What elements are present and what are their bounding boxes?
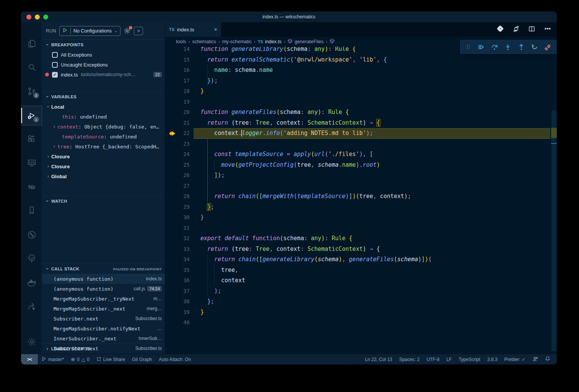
line-number[interactable]: 40 [165,317,190,328]
activity-extensions-icon[interactable] [21,129,42,149]
cursor-position-status[interactable]: Ln 22, Col 13 [361,354,395,364]
line-number[interactable]: 32 [165,233,190,244]
tab-index-ts[interactable]: TS index.ts × [165,22,221,37]
code-line-20[interactable]: 20function generateFiles(schema: any): R… [165,107,557,118]
line-number[interactable]: 20 [165,107,190,118]
close-window-button[interactable] [26,15,31,20]
call-stack-frame[interactable]: MergeMapSubscriber._tryNextm… [42,294,165,304]
line-number[interactable]: 17 [165,76,190,86]
code-line-25[interactable]: 25 move(getProjectConfig(tree, schema.na… [165,160,557,171]
variable-row[interactable]: ›Closure [42,151,165,161]
problems-status[interactable]: ⊗0△0 [67,354,93,364]
breadcrumb-item[interactable]: generateFiles [288,39,324,45]
close-tab-icon[interactable]: × [214,26,217,33]
launch-configuration-dropdown[interactable]: No Configurations ⌄ [59,26,120,36]
editor-scrollbar[interactable] [551,47,557,354]
live-share-status[interactable]: Live Share [93,354,128,364]
breakpoint-row[interactable]: ✓index.tstools/schematics/my-sch…22 [42,70,165,80]
chevron-icon[interactable]: › [52,144,57,149]
code-line-35[interactable]: 35 tree, [165,265,557,276]
code-line-29[interactable]: 29 }; [165,202,557,213]
line-number[interactable]: 35 [165,265,190,276]
restart-button[interactable] [531,44,538,50]
section-header-watch[interactable]: ›WATCH [42,196,165,206]
line-number[interactable]: 21 [165,118,190,128]
continue-button[interactable] [478,44,485,50]
code-line-21[interactable]: 21 return (tree: Tree, context: Schemati… [165,118,557,128]
remote-indicator[interactable]: >< [21,354,38,364]
call-stack-frame[interactable]: MergeMapSubscriber.notifyNext… [42,324,165,333]
feedback-icon[interactable] [529,354,542,364]
code-line-26[interactable]: 26 ]); [165,170,557,181]
debug-settings-button[interactable] [124,27,131,34]
breadcrumb-item[interactable]: schematics [192,39,216,44]
line-number[interactable]: 36 [165,275,190,286]
code-line-39[interactable]: 39} [165,307,557,318]
call-stack-frame[interactable]: (anonymous function)index.ts [42,274,165,284]
breadcrumb-item[interactable] [330,39,337,45]
line-number[interactable]: 23 [165,139,190,150]
line-number[interactable]: 33 [165,244,190,255]
line-number[interactable]: 31 [165,223,190,234]
code-line-19[interactable]: 19 [165,97,557,107]
call-stack-frame[interactable]: Subscriber.nextSubscriber.ts [42,314,165,324]
auto-attach-status[interactable]: Auto Attach: On [155,354,194,364]
encoding-status[interactable]: UTF-8 [423,354,443,364]
compare-changes-button[interactable] [512,25,520,34]
code-line-23[interactable]: 23 [165,139,557,150]
line-number[interactable]: 19 [165,97,190,107]
debug-console-button[interactable]: > [134,27,143,35]
git-graph-status[interactable]: Git Graph [128,354,155,364]
activity-nx-console-icon[interactable]: N≥ [21,177,42,197]
step-into-button[interactable] [504,44,511,50]
drag-handle[interactable] [465,44,471,50]
chevron-icon[interactable]: › [46,164,50,169]
activity-bookmarks-icon[interactable] [21,200,42,220]
eol-status[interactable]: LF [443,354,455,364]
section-header-variables[interactable]: ›VARIABLES [42,92,165,102]
chevron-icon[interactable]: › [46,104,51,109]
call-stack-frame[interactable]: (anonymous function)call.js74:24 [42,284,165,294]
code-line-28[interactable]: 28 return chain([mergeWith(templateSourc… [165,191,557,202]
line-number[interactable]: 18 [165,86,190,97]
start-debug-icon[interactable] [62,28,68,34]
code-line-15[interactable]: 15 return externalSchematic('@nrwl/works… [165,55,557,65]
run-or-debug-button[interactable] [496,25,504,34]
line-number[interactable]: 37 [165,286,190,297]
minimize-window-button[interactable] [35,15,40,20]
code-line-18[interactable]: 18} [165,86,557,97]
code-line-40[interactable]: 40 [165,317,557,328]
activity-remote-explorer-icon[interactable] [21,153,42,173]
line-number[interactable]: 15 [165,55,190,65]
line-number[interactable]: 38 [165,296,190,307]
call-stack-frame[interactable]: InnerSubscriber._nextInnerSub… [42,333,165,343]
breadcrumb-item[interactable]: TSindex.ts [258,39,281,44]
activity-run-debug-icon[interactable]: 1 [21,106,42,125]
scrollbar-thumb[interactable] [551,110,556,351]
step-over-button[interactable] [491,44,498,50]
breakpoint-row[interactable]: All Exceptions [42,50,165,60]
variable-row[interactable]: ›Local [42,102,165,112]
variable-row[interactable]: ›Closure [42,161,165,171]
code-line-16[interactable]: 16 name: schema.name [165,65,557,76]
chevron-icon[interactable]: › [46,174,50,179]
more-actions-button[interactable] [544,25,551,34]
variable-row[interactable]: ›tree: HostTree {_backend: ScopedH… [42,142,165,151]
activity-docker-icon[interactable] [21,273,42,293]
git-branch-status[interactable]: master* [38,354,67,364]
code-line-22[interactable]: 22 context.logger.info('adding NOTES.md … [165,128,557,139]
code-line-24[interactable]: 24 const templateSource = apply(url('./f… [165,149,557,160]
activity-gitlens-icon[interactable] [21,225,42,245]
breakpoint-checkbox[interactable] [52,62,58,68]
line-number[interactable]: 26 [165,170,190,181]
split-editor-button[interactable] [528,25,535,34]
line-number[interactable]: 28 [165,191,190,202]
breadcrumb-item[interactable]: my-schematic [222,39,252,44]
indentation-status[interactable]: Spaces: 2 [396,354,423,364]
code-line-32[interactable]: 32export default function(schema: any): … [165,233,557,244]
code-line-34[interactable]: 34 return chain([generateLibrary(schema)… [165,254,557,265]
paused-breakpoint-icon[interactable] [169,130,176,137]
language-status[interactable]: TypeScript [455,354,484,364]
chevron-icon[interactable]: › [46,154,50,159]
disconnect-button[interactable] [545,44,551,50]
